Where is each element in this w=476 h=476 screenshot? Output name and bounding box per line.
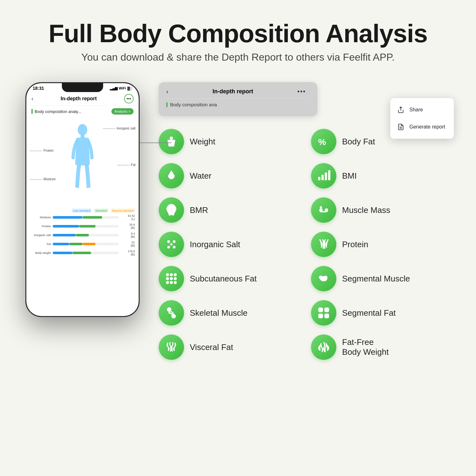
- share-menu-item[interactable]: Share: [390, 101, 454, 118]
- label-inorganic-salt: Inorganic salt: [103, 127, 136, 130]
- inorganic-salt-icon: [165, 238, 178, 251]
- muscle-mass-icon: [317, 203, 330, 217]
- signal-icon: ▂▄▆: [110, 86, 117, 90]
- protein-icon-circle: [311, 232, 336, 257]
- water-label: Water: [190, 171, 211, 181]
- bmr-icon: [165, 203, 178, 217]
- svg-point-22: [166, 281, 169, 284]
- body-fat-label: Body Fat: [342, 137, 375, 147]
- popup-more-button[interactable]: •••: [297, 88, 306, 95]
- svg-rect-28: [325, 308, 329, 312]
- fat-free-body-weight-icon: [317, 340, 330, 354]
- generate-report-menu-item[interactable]: Generate report: [390, 118, 454, 136]
- bar-inorganic: Inorganic salt 8.4(lb): [30, 232, 135, 238]
- popup-body-label: Body composition ana: [166, 99, 310, 110]
- bmi-icon-circle: [311, 163, 336, 188]
- segmental-fat-label: Segmental Fat: [342, 308, 396, 318]
- bar-inorganic-label: Inorganic salt: [30, 234, 51, 237]
- feature-inorganic-salt: Inorganic Salt: [159, 232, 298, 257]
- skeletal-muscle-icon: [165, 306, 178, 320]
- inorganic-salt-icon-circle: [159, 232, 184, 257]
- protein-label: Protein: [342, 240, 368, 249]
- feature-bmr: BMR: [159, 197, 298, 223]
- feature-segmental-muscle: Segmental Muscle: [311, 266, 451, 291]
- popup-back-button[interactable]: ‹: [166, 88, 169, 95]
- bar-moisture: Moisture 42.52(L): [30, 214, 135, 221]
- generate-report-label: Generate report: [409, 124, 445, 130]
- phone-mockup: 18:31 ▂▄▆ WiFi ▓░ ‹ In-depth report •••: [25, 82, 140, 317]
- low-standard-label: Low standard: [72, 208, 91, 213]
- svg-point-21: [174, 278, 176, 280]
- feature-visceral-fat: Visceral Fat: [159, 334, 298, 360]
- fat-free-body-weight-label: Fat-FreeBody Weight: [342, 337, 389, 357]
- popup-card: ‹ In-depth report ••• Body composition a…: [159, 82, 317, 116]
- popup-header: ‹ In-depth report •••: [166, 88, 306, 99]
- svg-rect-9: [328, 170, 330, 181]
- bar-fat: Fat 51(lb): [30, 241, 135, 247]
- connector-line: [140, 142, 171, 143]
- bar-protein: Protein 25.6(lb): [30, 223, 135, 229]
- segmental-fat-icon-circle: [311, 300, 336, 326]
- generate-report-icon: [397, 123, 405, 131]
- muscle-mass-icon-circle: [311, 197, 336, 223]
- feature-subcutaneous-fat: Subcutaneous Fat: [159, 266, 298, 291]
- svg-rect-6: [318, 177, 321, 181]
- status-time: 18:31: [33, 86, 44, 91]
- svg-point-15: [170, 243, 173, 246]
- feature-segmental-fat: Segmental Fat: [311, 300, 451, 326]
- feature-bmi: BMI: [311, 163, 451, 188]
- wifi-icon: WiFi: [119, 86, 126, 90]
- section-title: Body composition analy...: [35, 109, 81, 114]
- share-label: Share: [409, 107, 423, 113]
- svg-point-10: [320, 206, 322, 208]
- segmental-muscle-label: Segmental Muscle: [342, 274, 410, 284]
- svg-point-13: [167, 246, 170, 248]
- bar-fat-label: Fat: [30, 242, 51, 246]
- svg-text:%: %: [318, 137, 326, 147]
- svg-rect-29: [319, 314, 322, 318]
- protein-icon: [317, 238, 330, 251]
- section-label: Body composition analy... Analysis >: [26, 106, 139, 117]
- weight-icon-circle: [159, 129, 184, 154]
- body-labels: Inorganic salt Fat Protein Moisture: [26, 117, 139, 206]
- body-fat-icon: %: [317, 135, 330, 148]
- popup-title: In-depth report: [213, 88, 253, 95]
- label-protein: Protein: [30, 149, 54, 152]
- dropdown-menu: Share Generate report: [390, 98, 454, 139]
- svg-point-23: [170, 281, 173, 284]
- muscle-mass-label: Muscle Mass: [342, 205, 390, 215]
- bar-bodyweight-label: Body weight: [30, 251, 51, 255]
- visceral-fat-icon-circle: [159, 334, 184, 360]
- segmental-fat-icon: [317, 306, 330, 320]
- svg-rect-27: [319, 308, 322, 312]
- beyond-standard-label: Beyond standard: [111, 208, 135, 213]
- svg-rect-8: [325, 173, 327, 181]
- feature-skeletal-muscle: Skeletal Muscle: [159, 300, 298, 326]
- feature-protein: Protein: [311, 232, 451, 257]
- bar-protein-label: Protein: [30, 225, 51, 228]
- phone-frame: 18:31 ▂▄▆ WiFi ▓░ ‹ In-depth report •••: [25, 82, 140, 317]
- bmi-label: BMI: [342, 171, 357, 181]
- fat-free-body-weight-icon-circle: [311, 334, 336, 360]
- svg-point-25: [168, 308, 171, 311]
- feature-weight: Weight: [159, 129, 298, 154]
- feature-fat-free-body-weight: Fat-FreeBody Weight: [311, 334, 451, 360]
- bmr-icon-circle: [159, 197, 184, 223]
- svg-rect-7: [321, 175, 324, 181]
- svg-point-24: [174, 281, 176, 284]
- segmental-muscle-icon: [317, 272, 330, 285]
- main-content: 18:31 ▂▄▆ WiFi ▓░ ‹ In-depth report •••: [0, 73, 476, 360]
- bmr-label: BMR: [190, 205, 208, 215]
- analysis-button[interactable]: Analysis >: [111, 108, 134, 115]
- phone-screen: 18:31 ▂▄▆ WiFi ▓░ ‹ In-depth report •••: [26, 83, 139, 316]
- more-button[interactable]: •••: [124, 94, 134, 103]
- bmi-icon: [317, 169, 330, 182]
- right-panel: ‹ In-depth report ••• Body composition a…: [159, 82, 451, 360]
- svg-point-14: [173, 246, 175, 248]
- body-figure-area: Inorganic salt Fat Protein Moisture: [26, 117, 139, 206]
- back-button[interactable]: ‹: [31, 96, 33, 102]
- share-icon: [397, 106, 405, 114]
- water-icon: [165, 169, 178, 182]
- subcutaneous-fat-icon-circle: [159, 266, 184, 291]
- phone-notch: [62, 83, 103, 92]
